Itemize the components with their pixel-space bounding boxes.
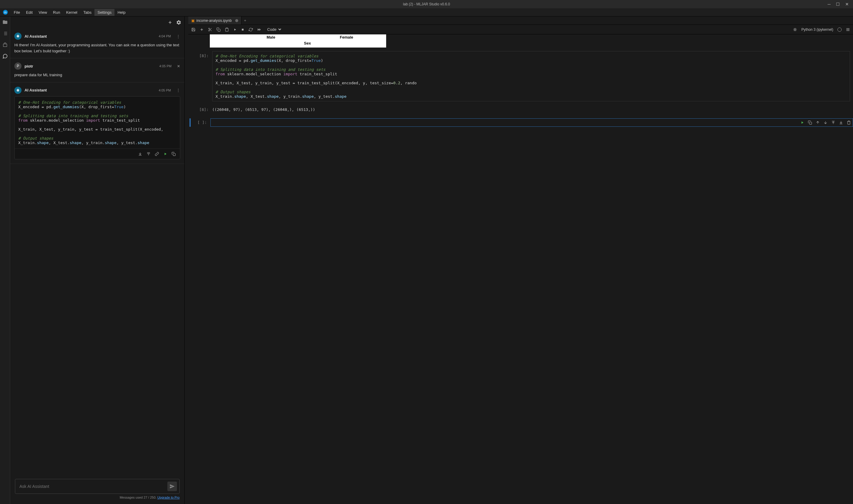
list-icon[interactable] — [2, 31, 8, 36]
tab-label: income-analysis.ipynb — [196, 19, 232, 23]
minimize-icon[interactable]: ─ — [828, 2, 831, 6]
ai-avatar-icon — [14, 87, 21, 94]
svg-rect-7 — [173, 154, 176, 156]
titlebar: lab (2) - MLJAR Studio v0.6.0 ─ ☐ ✕ — [0, 0, 853, 8]
debug-icon[interactable] — [793, 28, 797, 32]
ai-chat-panel: AI Assistant 4:04 PM ⋮ Hi there! I'm AI … — [10, 16, 185, 504]
svg-point-5 — [17, 90, 18, 90]
message-menu-icon[interactable]: ⋮ — [176, 88, 180, 92]
delete-cell-icon[interactable] — [847, 121, 851, 125]
empty-cell-body[interactable] — [211, 119, 853, 127]
chat-message-ai: AI Assistant 4:04 PM ⋮ Hi there! I'm AI … — [10, 29, 184, 58]
message-time: 4:04 PM — [159, 34, 171, 38]
chat-message-user: P piotr 4:05 PM ✕ prepare data for ML tr… — [10, 58, 184, 83]
duplicate-icon[interactable] — [808, 121, 812, 125]
message-menu-icon[interactable]: ⋮ — [176, 34, 180, 39]
menu-run[interactable]: Run — [50, 9, 63, 16]
svg-rect-13 — [218, 29, 220, 31]
run-cell-icon[interactable] — [800, 121, 804, 125]
maximize-icon[interactable]: ☐ — [836, 2, 840, 6]
empty-code-cell[interactable]: [ ]: — [188, 119, 853, 127]
message-time: 4:05 PM — [159, 64, 171, 68]
svg-point-3 — [18, 36, 19, 36]
svg-rect-14 — [226, 28, 228, 29]
svg-line-12 — [210, 29, 210, 29]
message-time: 4:05 PM — [159, 89, 171, 92]
svg-point-9 — [208, 30, 210, 31]
insert-below-icon[interactable] — [839, 121, 843, 125]
cell-input[interactable]: # One-Hot Encoding for categorical varia… — [212, 51, 850, 101]
menu-edit[interactable]: Edit — [23, 9, 36, 16]
chat-input-container — [15, 479, 180, 494]
run-icon[interactable] — [163, 152, 167, 156]
app-logo-icon: m — [3, 10, 8, 15]
stop-icon[interactable] — [241, 28, 244, 31]
upgrade-link[interactable]: Upgrade to Pro — [157, 496, 180, 499]
notebook-tab[interactable]: ▣ income-analysis.ipynb — [188, 16, 241, 24]
notebook-panel: ▣ income-analysis.ipynb + Code Python 3 … — [188, 16, 853, 504]
sender-name: AI Assistant — [24, 88, 47, 92]
code-cell[interactable]: [8]: # One-Hot Encoding for categorical … — [188, 50, 853, 103]
cut-icon[interactable] — [208, 28, 212, 32]
copy-cell-icon[interactable] — [216, 28, 221, 32]
svg-line-11 — [211, 30, 211, 31]
link-icon[interactable] — [155, 152, 159, 156]
svg-rect-15 — [242, 29, 243, 31]
new-tab-button[interactable]: + — [241, 16, 249, 24]
settings-icon[interactable] — [176, 20, 181, 25]
package-icon[interactable] — [2, 42, 8, 48]
code-block: # One-Hot Encoding for categorical varia… — [14, 96, 180, 159]
insert-above-icon[interactable] — [831, 121, 835, 125]
chat-message-ai-code: AI Assistant 4:05 PM ⋮ # One-Hot Encodin… — [10, 83, 184, 164]
svg-rect-0 — [3, 44, 7, 47]
save-icon[interactable] — [191, 28, 196, 32]
menu-file[interactable]: File — [11, 9, 23, 16]
cell-type-select[interactable]: Code — [266, 26, 282, 33]
kernel-status-icon — [837, 28, 842, 32]
menubar: m File Edit View Run Kernel Tabs Setting… — [0, 8, 853, 16]
message-body: Hi there! I'm AI Assistant, your program… — [14, 42, 180, 54]
delete-message-icon[interactable]: ✕ — [177, 64, 180, 69]
empty-prompt: [ ]: — [193, 119, 211, 127]
chat-input[interactable] — [19, 484, 167, 489]
menu-help[interactable]: Help — [114, 9, 128, 16]
menu-kernel[interactable]: Kernel — [63, 9, 80, 16]
kernel-name[interactable]: Python 3 (ipykernel) — [801, 28, 833, 32]
add-cell-icon[interactable] — [200, 28, 204, 32]
svg-point-6 — [18, 90, 19, 90]
svg-rect-1 — [17, 35, 19, 37]
menu-view[interactable]: View — [36, 9, 50, 16]
chat-icon[interactable] — [2, 54, 8, 59]
restart-icon[interactable] — [249, 28, 253, 32]
new-chat-icon[interactable] — [168, 20, 173, 25]
usage-text: Messages used 27 / 250. Upgrade to Pro — [15, 496, 180, 499]
insert-above-icon[interactable] — [146, 152, 151, 156]
svg-point-8 — [208, 28, 210, 29]
window-title: lab (2) - MLJAR Studio v0.6.0 — [403, 2, 450, 6]
cell-output: ((26048, 97), (6513, 97), (26048,), (651… — [212, 105, 850, 114]
divider[interactable] — [185, 16, 188, 504]
activity-bar — [0, 16, 10, 504]
svg-point-16 — [794, 29, 796, 30]
svg-rect-17 — [809, 122, 812, 124]
paste-icon[interactable] — [225, 28, 229, 32]
sender-name: piotr — [24, 64, 33, 69]
cell-prompt: [8]: — [191, 51, 212, 101]
tab-dirty-icon[interactable] — [235, 19, 238, 22]
menu-tabs[interactable]: Tabs — [80, 9, 94, 16]
menu-icon[interactable] — [846, 28, 850, 32]
svg-rect-4 — [17, 89, 19, 91]
close-icon[interactable]: ✕ — [845, 2, 849, 6]
folder-icon[interactable] — [2, 19, 8, 25]
run-all-icon[interactable] — [257, 28, 261, 32]
svg-point-2 — [17, 36, 18, 36]
insert-below-icon[interactable] — [138, 152, 142, 156]
move-down-icon[interactable] — [823, 121, 828, 125]
copy-icon[interactable] — [171, 152, 176, 156]
move-up-icon[interactable] — [816, 121, 820, 125]
sender-name: AI Assistant — [24, 34, 47, 39]
run-cell-icon[interactable] — [233, 28, 237, 31]
menu-settings[interactable]: Settings — [94, 9, 114, 16]
send-button[interactable] — [167, 482, 177, 491]
output-cell: [8]: ((26048, 97), (6513, 97), (26048,),… — [188, 104, 853, 115]
